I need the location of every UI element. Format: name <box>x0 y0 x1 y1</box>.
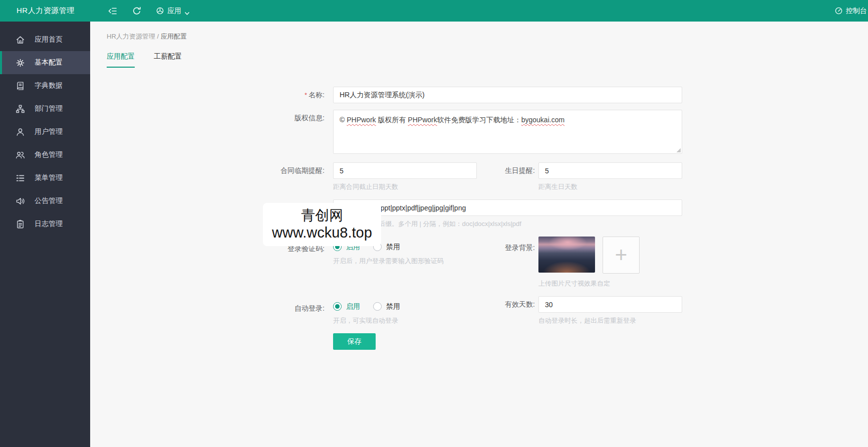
gear-icon <box>16 58 25 68</box>
sidebar-item-label: 菜单管理 <box>35 173 63 182</box>
birthday-reminder-label: 生日提醒: <box>477 162 538 179</box>
resize-grip-icon[interactable] <box>676 148 681 152</box>
breadcrumb: HR人力资源管理 / 应用配置 <box>90 22 868 41</box>
app-title: HR人力资源管理 <box>0 6 99 16</box>
attachment-types-hint: 允许上传的文件后缀。多个用 | 分隔，例如：doc|docx|xlsx|xls|… <box>333 219 682 229</box>
breadcrumb-current: 应用配置 <box>161 33 187 40</box>
sidebar-item-logs[interactable]: 日志管理 <box>0 212 90 236</box>
collapse-icon[interactable] <box>108 6 118 16</box>
copyright-text-segment: PHPwork <box>408 116 437 124</box>
upload-button[interactable]: + <box>603 237 640 274</box>
speaker-icon <box>16 196 25 206</box>
sidebar-item-roles[interactable]: 角色管理 <box>0 143 90 166</box>
copyright-label: 版权信息: <box>90 110 333 126</box>
watermark: 青创网 www.wcku8.top <box>263 203 381 246</box>
copyright-text-segment: PHPwork <box>347 116 376 124</box>
copyright-text-segment: bygoukai.com <box>521 116 564 124</box>
form-row-autologin: 自动登录: 启用 禁用 开启，可实现自动登录 有效天数: 自动登录时长，超出后需… <box>90 296 868 325</box>
sidebar-item-basic-config[interactable]: 基本配置 <box>0 51 90 74</box>
sidebar-item-label: 日志管理 <box>35 219 63 229</box>
radio-dot <box>335 304 340 309</box>
main-content: HR人力资源管理 / 应用配置 应用配置 工薪配置 *名称: 版权信息: © P… <box>90 22 868 447</box>
app-menu-button[interactable]: 应用 <box>149 0 197 22</box>
required-asterisk: * <box>305 91 307 99</box>
autologin-disable-label[interactable]: 禁用 <box>386 302 400 311</box>
valid-days-label: 有效天数: <box>477 296 538 313</box>
copyright-text-segment: © <box>340 116 347 124</box>
clipboard-icon <box>16 219 25 229</box>
sidebar-item-home[interactable]: 应用首页 <box>0 28 90 51</box>
sidebar-item-users[interactable]: 用户管理 <box>0 120 90 143</box>
console-button[interactable]: 控制台 <box>834 7 868 16</box>
copyright-textarea[interactable]: © PHPwork 版权所有 PHPwork软件免费版学习下载地址：bygouk… <box>333 110 682 154</box>
breadcrumb-root[interactable]: HR人力资源管理 <box>107 33 155 40</box>
sidebar-item-menus[interactable]: 菜单管理 <box>0 166 90 189</box>
login-background-thumbnail[interactable] <box>538 237 595 273</box>
console-label: 控制台 <box>846 7 867 16</box>
copyright-text-segment: 版权所有 <box>376 116 408 124</box>
top-header: HR人力资源管理 应用 控制台 <box>0 0 868 22</box>
autologin-enable-radio[interactable] <box>333 302 342 311</box>
sidebar-item-label: 用户管理 <box>35 127 63 136</box>
form-row-captcha-background: 登录验证码: 启用 禁用 开启后，用户登录需要输入图形验证码 登录背景: <box>90 237 868 288</box>
sidebar-item-label: 公告管理 <box>35 196 63 205</box>
book-icon <box>16 81 25 91</box>
watermark-line1: 青创网 <box>272 207 372 224</box>
login-captcha-hint: 开启后，用户登录需要输入图形验证码 <box>333 257 477 266</box>
form-row-reminders: 合同临期提醒: 距离合同截止日期天数 生日提醒: 距离生日天数 <box>90 162 868 191</box>
app-menu-label: 应用 <box>167 7 181 16</box>
attachment-types-input[interactable] <box>333 199 682 216</box>
form-row-attachments: 附件类型: 允许上传的文件后缀。多个用 | 分隔，例如：doc|docx|xls… <box>90 199 868 229</box>
sidebar-item-label: 部门管理 <box>35 104 63 113</box>
gauge-icon <box>834 7 843 15</box>
birthday-reminder-input[interactable] <box>538 162 682 179</box>
autologin-enable-label[interactable]: 启用 <box>346 302 360 311</box>
tab-salary-config[interactable]: 工薪配置 <box>154 52 182 68</box>
home-icon <box>16 35 25 45</box>
watermark-line2: www.wcku8.top <box>272 224 372 241</box>
login-background-label: 登录背景: <box>477 237 538 256</box>
user-icon <box>16 127 25 137</box>
auto-login-hint: 开启，可实现自动登录 <box>333 316 477 325</box>
tab-bar: 应用配置 工薪配置 <box>90 41 868 68</box>
save-button[interactable]: 保存 <box>333 333 376 350</box>
sidebar-item-label: 字典数据 <box>35 81 63 90</box>
contract-reminder-input[interactable] <box>333 162 477 179</box>
name-label: *名称: <box>90 87 333 103</box>
sidebar-item-departments[interactable]: 部门管理 <box>0 97 90 120</box>
name-input[interactable] <box>333 87 682 103</box>
config-form: *名称: 版权信息: © PHPwork 版权所有 PHPwork软件免费版学习… <box>90 87 868 350</box>
form-row-name: *名称: <box>90 87 868 103</box>
contract-reminder-hint: 距离合同截止日期天数 <box>333 182 477 191</box>
refresh-icon[interactable] <box>132 6 142 16</box>
form-row-copyright: 版权信息: © PHPwork 版权所有 PHPwork软件免费版学习下载地址：… <box>90 110 868 154</box>
auto-login-radio-group: 启用 禁用 <box>333 296 477 313</box>
auto-login-label: 自动登录: <box>90 296 333 317</box>
org-chart-icon <box>16 104 25 114</box>
list-icon <box>16 173 25 183</box>
chevron-down-icon <box>184 9 190 13</box>
breadcrumb-separator: / <box>157 33 160 40</box>
birthday-reminder-hint: 距离生日天数 <box>538 182 682 191</box>
tab-app-config[interactable]: 应用配置 <box>107 52 135 68</box>
contract-reminder-label: 合同临期提醒: <box>90 162 333 179</box>
valid-days-hint: 自动登录时长，超出后需重新登录 <box>538 316 682 325</box>
captcha-disable-label[interactable]: 禁用 <box>386 243 400 252</box>
users-icon <box>16 150 25 160</box>
copyright-text-segment: 软件免费版学习下载地址： <box>437 116 521 124</box>
valid-days-input[interactable] <box>538 296 682 313</box>
sidebar-item-label: 应用首页 <box>35 35 63 44</box>
sidebar-item-dictionary[interactable]: 字典数据 <box>0 74 90 97</box>
autologin-disable-radio[interactable] <box>373 302 382 311</box>
sidebar-item-label: 基本配置 <box>35 58 63 67</box>
sidebar-nav: 应用首页 基本配置 字典数据 部门管理 用户管理 <box>0 22 90 447</box>
login-background-uploader: + <box>538 237 640 274</box>
login-background-hint: 上传图片尺寸视效果自定 <box>538 279 640 288</box>
sidebar-item-label: 角色管理 <box>35 150 63 159</box>
sidebar-item-announcements[interactable]: 公告管理 <box>0 189 90 212</box>
plus-icon: + <box>615 245 628 266</box>
app-icon <box>156 7 164 15</box>
